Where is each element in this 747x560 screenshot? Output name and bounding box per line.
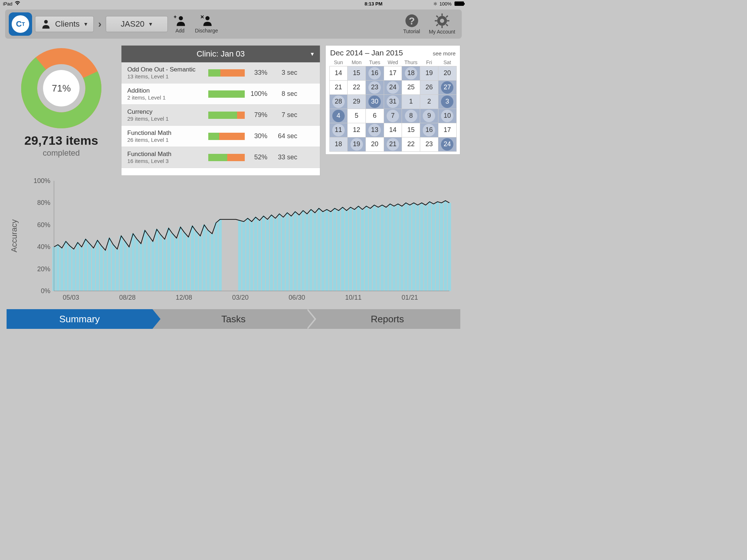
calendar-cell[interactable]: 24 — [384, 80, 402, 95]
calendar-cell[interactable]: 27 — [438, 80, 457, 95]
chevron-down-icon: ▼ — [83, 21, 88, 27]
calendar-cell[interactable]: 7 — [384, 109, 402, 123]
tab-reports[interactable]: Reports — [306, 309, 460, 329]
svg-rect-69 — [195, 232, 198, 291]
calendar-cell[interactable]: 15 — [402, 123, 420, 137]
calendar-cell[interactable]: 4 — [329, 109, 348, 123]
calendar-cell[interactable]: 13 — [365, 123, 384, 137]
calendar-cell[interactable]: 1 — [402, 94, 420, 109]
svg-rect-118 — [404, 203, 407, 291]
svg-rect-119 — [408, 205, 411, 291]
calendar-cell[interactable]: 11 — [329, 123, 348, 137]
calendar-cell[interactable]: 9 — [420, 109, 438, 123]
task-percent: 52% — [249, 153, 267, 161]
svg-rect-53 — [131, 234, 135, 291]
svg-rect-93 — [305, 214, 309, 291]
calendar-cell[interactable]: 18 — [402, 66, 420, 81]
task-row[interactable]: Functional Math 26 items, Level 1 30% 64… — [121, 126, 320, 147]
tab-summary[interactable]: Summary — [7, 309, 152, 329]
svg-rect-74 — [214, 223, 218, 291]
svg-point-4 — [205, 16, 209, 20]
bottom-tabs: Summary Tasks Reports — [7, 309, 460, 329]
task-name: Addition — [127, 87, 204, 94]
svg-rect-99 — [329, 212, 332, 291]
calendar-cell[interactable]: 14 — [329, 66, 348, 81]
svg-rect-105 — [353, 210, 356, 291]
items-count: 29,713 items — [24, 133, 98, 148]
calendar-cell[interactable]: 26 — [420, 80, 438, 95]
calendar-cell[interactable]: 25 — [402, 80, 420, 95]
device-label: iPad — [3, 1, 12, 7]
calendar-cell[interactable]: 16 — [420, 123, 438, 137]
calendar-cell[interactable]: 17 — [384, 66, 402, 81]
calendar-cell[interactable]: 21 — [329, 80, 348, 95]
svg-rect-44 — [96, 240, 99, 291]
svg-rect-77 — [242, 222, 245, 291]
calendar-cell[interactable]: 6 — [365, 109, 384, 123]
wifi-icon — [15, 1, 20, 7]
calendar-cell[interactable]: 29 — [347, 94, 366, 109]
calendar-cell[interactable]: 14 — [384, 123, 402, 137]
breadcrumb-arrow: › — [97, 18, 103, 30]
calendar-cell[interactable]: 22 — [402, 137, 420, 152]
calendar-cell[interactable]: 8 — [402, 109, 420, 123]
calendar-cell[interactable]: 28 — [329, 94, 348, 109]
discharge-client-button[interactable]: ✕ Discharge — [192, 15, 221, 34]
svg-rect-120 — [412, 203, 415, 291]
toolbar: CT Clients ▼ › JAS20 ▼ + Add ✕ Discharge… — [5, 9, 462, 39]
calendar-cell[interactable]: 23 — [420, 137, 438, 152]
svg-rect-112 — [380, 205, 384, 291]
calendar-cell[interactable]: 30 — [365, 94, 384, 109]
calendar-cell[interactable]: 22 — [347, 80, 366, 95]
task-row[interactable]: Functional Math 16 items, Level 3 52% 33… — [121, 147, 320, 168]
calendar-cell[interactable]: 20 — [438, 66, 457, 81]
svg-rect-129 — [448, 203, 451, 291]
app-logo[interactable]: CT — [9, 12, 32, 36]
clock: 8:13 PM — [364, 1, 382, 7]
calendar-cell[interactable]: 3 — [438, 94, 457, 109]
svg-rect-83 — [266, 219, 269, 291]
calendar-cell[interactable]: 5 — [347, 109, 366, 123]
calendar-cell[interactable]: 23 — [365, 80, 384, 95]
tab-tasks[interactable]: Tasks — [152, 309, 306, 329]
task-row[interactable]: Currency 29 items, Level 1 79% 7 sec — [121, 105, 320, 126]
calendar-cell[interactable]: 10 — [438, 109, 457, 123]
calendar-cell[interactable]: 20 — [365, 137, 384, 152]
calendar-cell[interactable]: 18 — [329, 137, 348, 152]
svg-text:20%: 20% — [37, 265, 50, 273]
svg-rect-124 — [428, 202, 431, 291]
task-meta: 26 items, Level 1 — [127, 137, 204, 143]
calendar-cell[interactable]: 15 — [347, 66, 366, 81]
svg-rect-72 — [206, 230, 210, 291]
svg-rect-36 — [64, 241, 67, 291]
svg-rect-50 — [120, 236, 123, 291]
svg-rect-122 — [420, 203, 423, 291]
svg-rect-65 — [179, 227, 182, 291]
calendar-cell[interactable]: 19 — [347, 137, 366, 152]
calendar-see-more[interactable]: see more — [433, 50, 456, 57]
task-progress-bar — [208, 154, 245, 161]
calendar-cell[interactable]: 19 — [420, 66, 438, 81]
svg-rect-75 — [218, 219, 222, 291]
svg-rect-113 — [384, 207, 388, 291]
calendar-cell[interactable]: 21 — [384, 137, 402, 152]
task-list-header-dropdown[interactable]: Clinic: Jan 03 ▼ — [121, 46, 320, 62]
add-client-button[interactable]: + Add — [171, 15, 189, 34]
calendar-cell[interactable]: 12 — [347, 123, 366, 137]
calendar-cell[interactable]: 2 — [420, 94, 438, 109]
my-account-button[interactable]: My Account — [426, 13, 458, 35]
calendar-cell[interactable]: 24 — [438, 137, 457, 152]
svg-text:?: ? — [409, 16, 414, 27]
person-plus-icon: + — [174, 15, 186, 27]
task-meta: 2 items, Level 1 — [127, 94, 204, 101]
task-row[interactable]: Odd One Out - Semantic 13 items, Level 1… — [121, 62, 320, 83]
tutorial-button[interactable]: ? Tutorial — [400, 14, 423, 34]
clients-dropdown[interactable]: Clients ▼ — [35, 16, 94, 32]
task-row[interactable]: Addition 2 items, Level 1 100% 8 sec — [121, 83, 320, 105]
calendar-cell[interactable]: 31 — [384, 94, 402, 109]
calendar-cell[interactable]: 16 — [365, 66, 384, 81]
client-select-dropdown[interactable]: JAS20 ▼ — [106, 16, 168, 32]
calendar-cell[interactable]: 17 — [438, 123, 457, 137]
svg-rect-114 — [388, 204, 392, 291]
svg-rect-35 — [60, 248, 63, 291]
